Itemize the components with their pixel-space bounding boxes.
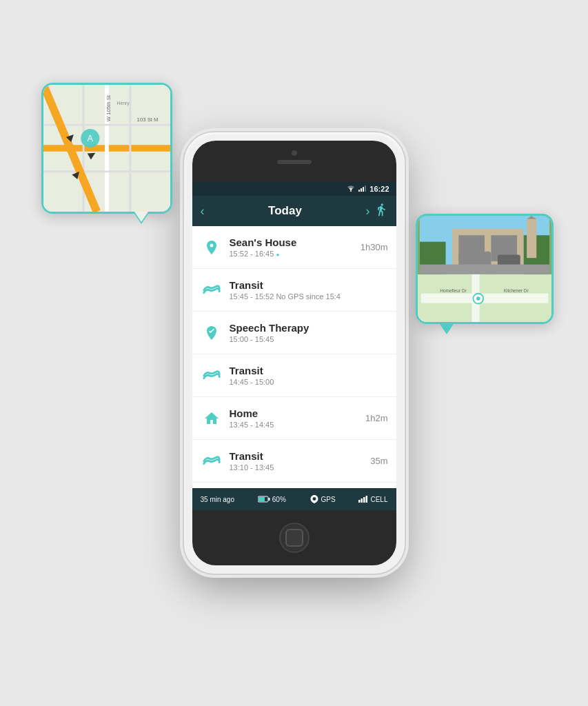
item-title: Transit xyxy=(230,365,388,376)
svg-rect-38 xyxy=(363,187,364,192)
svg-rect-29 xyxy=(421,293,549,303)
item-duration: 1h2m xyxy=(365,413,388,423)
phone-bottom-bezel xyxy=(192,510,396,565)
item-title: Sean's House xyxy=(230,236,361,248)
cell-status: CELL xyxy=(358,496,387,503)
nav-prev[interactable]: ‹ xyxy=(201,204,205,219)
map-bubble[interactable]: ▶ ▶ ▶ A W 105th St 103 St M Henry xyxy=(41,83,172,214)
item-content: Sean's House 15:52 - 16:45 ● xyxy=(230,236,361,258)
svg-rect-37 xyxy=(361,188,362,192)
item-content: Transit 15:45 - 15:52 No GPS since 15:4 xyxy=(230,279,388,301)
check-location-icon xyxy=(201,322,223,344)
home-icon xyxy=(201,407,223,430)
activity-list: Sean's House 15:52 - 16:45 ● 1h30m xyxy=(192,226,396,488)
item-subtitle: 14:45 - 15:00 xyxy=(230,378,388,386)
item-subtitle: 15:52 - 16:45 ● xyxy=(230,250,361,258)
nav-title: Today xyxy=(268,204,302,218)
item-subtitle: 15:45 - 15:52 No GPS since 15:4 xyxy=(230,292,388,301)
transit-icon xyxy=(201,279,223,301)
list-item[interactable]: Transit 15:45 - 15:52 No GPS since 15:4 xyxy=(192,269,396,312)
svg-text:W 105th St: W 105th St xyxy=(105,94,112,121)
battery-status: 60% xyxy=(258,496,286,503)
item-duration: 35m xyxy=(370,456,387,466)
phone: 16:22 ‹ Today › xyxy=(184,132,405,574)
svg-text:A: A xyxy=(88,134,94,143)
item-content: Transit 14:45 - 15:00 xyxy=(230,365,388,386)
item-content: Speech Therapy 15:00 - 15:45 xyxy=(230,322,388,343)
wifi-icon xyxy=(346,185,356,193)
speaker xyxy=(277,160,312,164)
gps-label: GPS xyxy=(321,496,336,503)
status-bar: 16:22 xyxy=(192,182,396,196)
item-title: Transit xyxy=(230,450,371,462)
street-view-bubble[interactable]: Homefleur Dr Kitchener Dr xyxy=(416,214,554,324)
status-time: 16:22 xyxy=(369,185,389,193)
home-button-inner xyxy=(285,529,303,547)
home-button[interactable] xyxy=(279,523,310,553)
svg-point-35 xyxy=(350,190,352,192)
svg-rect-25 xyxy=(420,265,549,274)
gps-status: GPS xyxy=(310,494,336,504)
last-update: 35 min ago xyxy=(201,496,234,503)
list-item[interactable]: Sean's House 15:52 - 16:45 ● 1h30m xyxy=(192,226,396,269)
phone-top-bezel xyxy=(192,141,396,182)
svg-rect-36 xyxy=(358,190,360,192)
item-title: Speech Therapy xyxy=(230,322,388,334)
location-icon xyxy=(201,236,223,259)
list-item[interactable]: Transit 14:45 - 15:00 xyxy=(192,354,396,397)
run-icon[interactable] xyxy=(374,203,388,220)
cell-label: CELL xyxy=(370,496,387,503)
svg-rect-45 xyxy=(363,497,365,503)
transit-icon xyxy=(201,365,223,387)
svg-rect-44 xyxy=(361,498,363,503)
svg-rect-46 xyxy=(366,496,368,503)
item-subtitle: 13:10 - 13:45 xyxy=(230,463,371,472)
scene: ▶ ▶ ▶ A W 105th St 103 St M Henry xyxy=(0,0,588,706)
list-item[interactable]: Transit 13:10 - 13:45 35m xyxy=(192,440,396,483)
svg-text:Homefleur Dr: Homefleur Dr xyxy=(440,288,467,293)
item-subtitle: 13:45 - 14:45 xyxy=(230,421,365,429)
list-item[interactable]: Home 13:45 - 14:45 1h2m xyxy=(192,397,396,440)
list-item[interactable]: Unknown Place 12:53 - 13:10 13m xyxy=(192,483,396,488)
item-title: Home xyxy=(230,407,365,419)
camera-dot xyxy=(292,150,297,156)
item-content: Transit 13:10 - 13:45 xyxy=(230,450,371,472)
svg-rect-42 xyxy=(258,497,265,501)
svg-text:Kitchener Dr: Kitchener Dr xyxy=(504,288,529,293)
svg-rect-39 xyxy=(365,185,366,192)
transit-icon xyxy=(201,450,223,472)
item-content: Home 13:45 - 14:45 xyxy=(230,407,365,429)
svg-text:103 St M: 103 St M xyxy=(137,117,159,123)
item-subtitle: 15:00 - 15:45 xyxy=(230,335,388,343)
svg-rect-41 xyxy=(268,498,270,501)
nav-bar: ‹ Today › xyxy=(192,196,396,226)
signal-icon xyxy=(358,185,367,193)
item-duration: 1h30m xyxy=(361,242,388,252)
svg-point-32 xyxy=(476,296,480,301)
svg-rect-26 xyxy=(527,219,536,258)
item-title: Transit xyxy=(230,279,388,291)
list-item[interactable]: Speech Therapy 15:00 - 15:45 xyxy=(192,312,396,354)
svg-text:Henry: Henry xyxy=(117,101,130,106)
svg-rect-43 xyxy=(358,500,361,503)
bottom-status-bar: 35 min ago 60% GPS xyxy=(192,488,396,510)
nav-next[interactable]: › xyxy=(366,204,370,219)
